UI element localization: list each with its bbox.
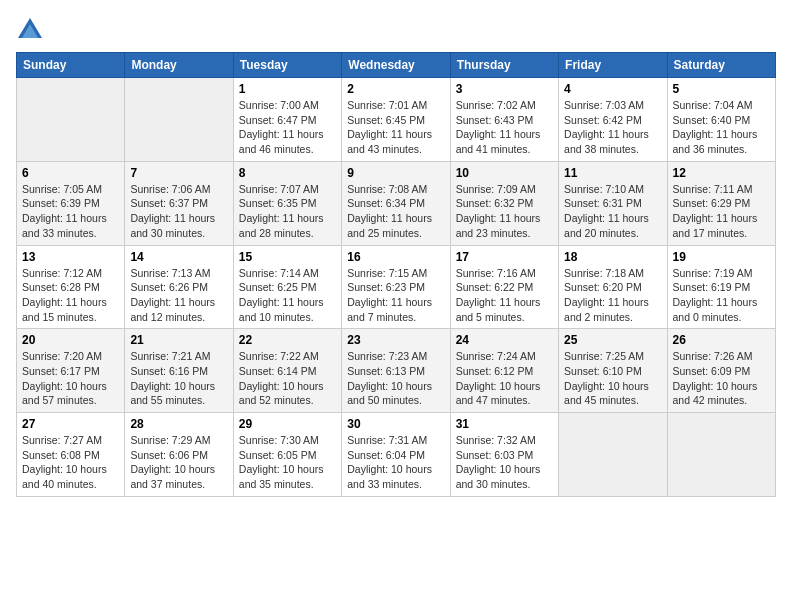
day-number: 6: [22, 166, 119, 180]
calendar-cell: 17Sunrise: 7:16 AMSunset: 6:22 PMDayligh…: [450, 245, 558, 329]
calendar-week-2: 6Sunrise: 7:05 AMSunset: 6:39 PMDaylight…: [17, 161, 776, 245]
day-detail: Sunrise: 7:10 AMSunset: 6:31 PMDaylight:…: [564, 182, 661, 241]
col-header-friday: Friday: [559, 53, 667, 78]
calendar-cell: 12Sunrise: 7:11 AMSunset: 6:29 PMDayligh…: [667, 161, 775, 245]
calendar-cell: 3Sunrise: 7:02 AMSunset: 6:43 PMDaylight…: [450, 78, 558, 162]
day-number: 23: [347, 333, 444, 347]
day-number: 16: [347, 250, 444, 264]
day-number: 4: [564, 82, 661, 96]
day-number: 12: [673, 166, 770, 180]
calendar-week-4: 20Sunrise: 7:20 AMSunset: 6:17 PMDayligh…: [17, 329, 776, 413]
day-detail: Sunrise: 7:11 AMSunset: 6:29 PMDaylight:…: [673, 182, 770, 241]
day-detail: Sunrise: 7:32 AMSunset: 6:03 PMDaylight:…: [456, 433, 553, 492]
calendar-cell: 23Sunrise: 7:23 AMSunset: 6:13 PMDayligh…: [342, 329, 450, 413]
day-detail: Sunrise: 7:30 AMSunset: 6:05 PMDaylight:…: [239, 433, 336, 492]
day-number: 15: [239, 250, 336, 264]
day-number: 13: [22, 250, 119, 264]
page-header: [16, 16, 776, 44]
calendar-cell: 21Sunrise: 7:21 AMSunset: 6:16 PMDayligh…: [125, 329, 233, 413]
col-header-tuesday: Tuesday: [233, 53, 341, 78]
calendar-cell: [559, 413, 667, 497]
day-detail: Sunrise: 7:29 AMSunset: 6:06 PMDaylight:…: [130, 433, 227, 492]
calendar-cell: 20Sunrise: 7:20 AMSunset: 6:17 PMDayligh…: [17, 329, 125, 413]
col-header-sunday: Sunday: [17, 53, 125, 78]
day-detail: Sunrise: 7:12 AMSunset: 6:28 PMDaylight:…: [22, 266, 119, 325]
day-detail: Sunrise: 7:13 AMSunset: 6:26 PMDaylight:…: [130, 266, 227, 325]
day-detail: Sunrise: 7:22 AMSunset: 6:14 PMDaylight:…: [239, 349, 336, 408]
day-detail: Sunrise: 7:24 AMSunset: 6:12 PMDaylight:…: [456, 349, 553, 408]
day-number: 14: [130, 250, 227, 264]
calendar-cell: [125, 78, 233, 162]
day-number: 7: [130, 166, 227, 180]
day-detail: Sunrise: 7:21 AMSunset: 6:16 PMDaylight:…: [130, 349, 227, 408]
day-number: 27: [22, 417, 119, 431]
calendar-cell: 13Sunrise: 7:12 AMSunset: 6:28 PMDayligh…: [17, 245, 125, 329]
day-number: 5: [673, 82, 770, 96]
day-detail: Sunrise: 7:23 AMSunset: 6:13 PMDaylight:…: [347, 349, 444, 408]
day-number: 9: [347, 166, 444, 180]
day-detail: Sunrise: 7:27 AMSunset: 6:08 PMDaylight:…: [22, 433, 119, 492]
day-number: 29: [239, 417, 336, 431]
logo-icon: [16, 16, 44, 44]
day-number: 8: [239, 166, 336, 180]
calendar-table: SundayMondayTuesdayWednesdayThursdayFrid…: [16, 52, 776, 497]
day-number: 19: [673, 250, 770, 264]
calendar-cell: 2Sunrise: 7:01 AMSunset: 6:45 PMDaylight…: [342, 78, 450, 162]
day-detail: Sunrise: 7:19 AMSunset: 6:19 PMDaylight:…: [673, 266, 770, 325]
calendar-cell: [667, 413, 775, 497]
calendar-cell: 22Sunrise: 7:22 AMSunset: 6:14 PMDayligh…: [233, 329, 341, 413]
col-header-thursday: Thursday: [450, 53, 558, 78]
day-number: 2: [347, 82, 444, 96]
calendar-cell: 31Sunrise: 7:32 AMSunset: 6:03 PMDayligh…: [450, 413, 558, 497]
day-number: 24: [456, 333, 553, 347]
calendar-week-5: 27Sunrise: 7:27 AMSunset: 6:08 PMDayligh…: [17, 413, 776, 497]
calendar-cell: 7Sunrise: 7:06 AMSunset: 6:37 PMDaylight…: [125, 161, 233, 245]
day-detail: Sunrise: 7:18 AMSunset: 6:20 PMDaylight:…: [564, 266, 661, 325]
day-detail: Sunrise: 7:00 AMSunset: 6:47 PMDaylight:…: [239, 98, 336, 157]
day-detail: Sunrise: 7:04 AMSunset: 6:40 PMDaylight:…: [673, 98, 770, 157]
day-detail: Sunrise: 7:06 AMSunset: 6:37 PMDaylight:…: [130, 182, 227, 241]
day-number: 30: [347, 417, 444, 431]
header-row: SundayMondayTuesdayWednesdayThursdayFrid…: [17, 53, 776, 78]
day-number: 28: [130, 417, 227, 431]
col-header-monday: Monday: [125, 53, 233, 78]
day-number: 18: [564, 250, 661, 264]
calendar-cell: 4Sunrise: 7:03 AMSunset: 6:42 PMDaylight…: [559, 78, 667, 162]
day-detail: Sunrise: 7:26 AMSunset: 6:09 PMDaylight:…: [673, 349, 770, 408]
day-detail: Sunrise: 7:14 AMSunset: 6:25 PMDaylight:…: [239, 266, 336, 325]
calendar-cell: 30Sunrise: 7:31 AMSunset: 6:04 PMDayligh…: [342, 413, 450, 497]
day-number: 3: [456, 82, 553, 96]
calendar-cell: [17, 78, 125, 162]
day-detail: Sunrise: 7:16 AMSunset: 6:22 PMDaylight:…: [456, 266, 553, 325]
day-detail: Sunrise: 7:01 AMSunset: 6:45 PMDaylight:…: [347, 98, 444, 157]
day-number: 22: [239, 333, 336, 347]
day-detail: Sunrise: 7:02 AMSunset: 6:43 PMDaylight:…: [456, 98, 553, 157]
calendar-cell: 28Sunrise: 7:29 AMSunset: 6:06 PMDayligh…: [125, 413, 233, 497]
calendar-cell: 16Sunrise: 7:15 AMSunset: 6:23 PMDayligh…: [342, 245, 450, 329]
day-number: 21: [130, 333, 227, 347]
logo: [16, 16, 48, 44]
calendar-week-3: 13Sunrise: 7:12 AMSunset: 6:28 PMDayligh…: [17, 245, 776, 329]
day-detail: Sunrise: 7:31 AMSunset: 6:04 PMDaylight:…: [347, 433, 444, 492]
calendar-cell: 26Sunrise: 7:26 AMSunset: 6:09 PMDayligh…: [667, 329, 775, 413]
calendar-cell: 10Sunrise: 7:09 AMSunset: 6:32 PMDayligh…: [450, 161, 558, 245]
day-detail: Sunrise: 7:03 AMSunset: 6:42 PMDaylight:…: [564, 98, 661, 157]
day-number: 1: [239, 82, 336, 96]
calendar-cell: 29Sunrise: 7:30 AMSunset: 6:05 PMDayligh…: [233, 413, 341, 497]
day-number: 20: [22, 333, 119, 347]
calendar-cell: 27Sunrise: 7:27 AMSunset: 6:08 PMDayligh…: [17, 413, 125, 497]
day-detail: Sunrise: 7:20 AMSunset: 6:17 PMDaylight:…: [22, 349, 119, 408]
calendar-cell: 8Sunrise: 7:07 AMSunset: 6:35 PMDaylight…: [233, 161, 341, 245]
calendar-cell: 9Sunrise: 7:08 AMSunset: 6:34 PMDaylight…: [342, 161, 450, 245]
col-header-wednesday: Wednesday: [342, 53, 450, 78]
day-detail: Sunrise: 7:05 AMSunset: 6:39 PMDaylight:…: [22, 182, 119, 241]
col-header-saturday: Saturday: [667, 53, 775, 78]
calendar-cell: 19Sunrise: 7:19 AMSunset: 6:19 PMDayligh…: [667, 245, 775, 329]
day-detail: Sunrise: 7:25 AMSunset: 6:10 PMDaylight:…: [564, 349, 661, 408]
day-detail: Sunrise: 7:15 AMSunset: 6:23 PMDaylight:…: [347, 266, 444, 325]
day-number: 26: [673, 333, 770, 347]
calendar-cell: 6Sunrise: 7:05 AMSunset: 6:39 PMDaylight…: [17, 161, 125, 245]
calendar-cell: 11Sunrise: 7:10 AMSunset: 6:31 PMDayligh…: [559, 161, 667, 245]
calendar-cell: 24Sunrise: 7:24 AMSunset: 6:12 PMDayligh…: [450, 329, 558, 413]
day-number: 10: [456, 166, 553, 180]
